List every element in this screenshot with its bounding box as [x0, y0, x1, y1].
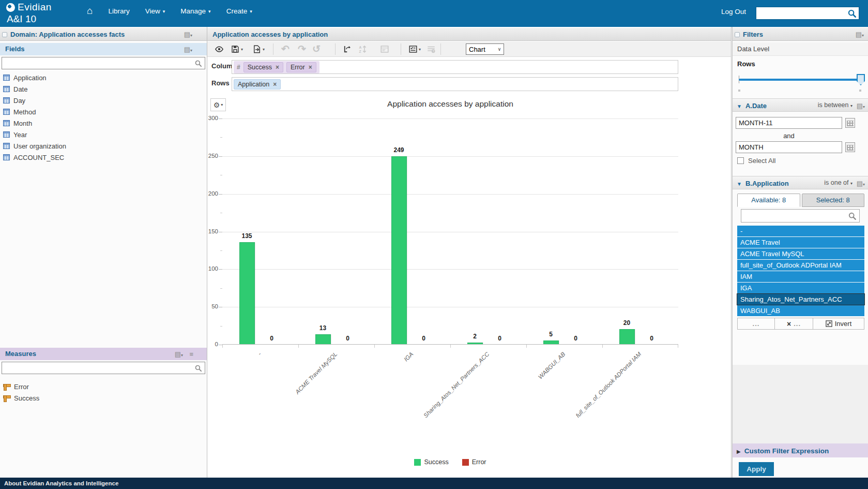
export-button[interactable]: ▾	[250, 43, 267, 55]
x-axis-category-label: full_site_of_Outlook ADPortal IAM	[565, 351, 643, 429]
menu-item-create[interactable]: Create▾	[226, 7, 252, 15]
bar-success-4[interactable]	[467, 343, 483, 344]
columns-shelf[interactable]: # Success×Error×	[232, 60, 678, 74]
pivot-button[interactable]	[341, 43, 354, 55]
filter-value-item[interactable]: Sharing_Atos_Net_Partners_ACC	[737, 294, 864, 305]
menu-item-library[interactable]: Library	[108, 7, 129, 15]
apply-button[interactable]: Apply	[739, 462, 774, 476]
application-filter-header[interactable]: ▼B.Application is one of ▾ ▤▾	[733, 176, 868, 189]
y-axis-tick	[219, 345, 222, 345]
search-icon	[194, 364, 202, 372]
field-item-user-organization[interactable]: User organization	[0, 140, 207, 152]
filters-menu-icon[interactable]: ▤▾	[856, 31, 864, 39]
y-axis-label: 300	[199, 115, 218, 121]
hamburger-icon[interactable]: ≡	[189, 350, 193, 358]
view-mode-select[interactable]: Chart ∨	[466, 43, 504, 55]
filter-value-item[interactable]: full_site_of_Outlook ADPortal IAM	[737, 260, 864, 271]
domain-menu-icon[interactable]: ▤▾	[184, 31, 192, 39]
select-all-checkbox[interactable]	[737, 157, 744, 164]
date-menu-icon[interactable]: ▤▾	[857, 102, 865, 111]
filter-value-item[interactable]: ACME Travel	[737, 237, 864, 248]
bar-success-5[interactable]	[543, 340, 559, 344]
about-status-bar[interactable]: About Evidian Analytics and Intelligence	[0, 478, 868, 489]
collapse-icon[interactable]: ▼	[737, 181, 742, 187]
menu-item-label: Library	[108, 7, 129, 15]
pill-label: Success	[248, 64, 272, 71]
collapse-panel-icon[interactable]	[2, 32, 7, 37]
measure-label: Error	[14, 383, 29, 391]
field-item-account-sec[interactable]: ACCOUNT_SEC	[0, 152, 207, 163]
bar-success-2[interactable]	[315, 334, 331, 344]
row-pill-application[interactable]: Application×	[234, 79, 281, 90]
calendar-icon[interactable]	[845, 142, 855, 152]
remove-pill-icon[interactable]: ×	[273, 82, 277, 87]
custom-filter-expression-toggle[interactable]: ▶Custom Filter Expression	[733, 443, 868, 457]
rows-shelf-label: Rows	[207, 79, 229, 87]
filter-value-item[interactable]: IGA	[737, 283, 864, 293]
column-pill-success[interactable]: Success×	[243, 62, 283, 72]
tab-selected[interactable]: Selected: 8	[802, 194, 865, 207]
home-button[interactable]: ⌂	[87, 7, 93, 15]
clear-values-button[interactable]: ×...	[775, 318, 813, 330]
bar-success-6[interactable]	[619, 329, 635, 344]
filter-value-item[interactable]: ACME Travel MySQL	[737, 248, 864, 259]
caret-down-icon: ▾	[163, 9, 165, 14]
filter-value-item[interactable]: -	[737, 226, 864, 236]
domain-panel: Domain: Application accesses facts ▤▾ Fi…	[0, 27, 207, 478]
global-search-input[interactable]	[756, 8, 847, 19]
date-to-input[interactable]	[736, 141, 842, 153]
bar-success-1[interactable]	[239, 242, 255, 344]
remove-pill-icon[interactable]: ×	[276, 65, 279, 70]
bar-chart[interactable]: 0501001502002503001350-130ACME Travel My…	[222, 118, 678, 345]
calendar-icon[interactable]	[845, 118, 855, 128]
more-values-button[interactable]: ...	[737, 318, 775, 330]
invert-selection-button[interactable]: Invert	[813, 318, 864, 330]
date-from-input[interactable]	[736, 117, 842, 129]
sort-button: AZ	[356, 43, 370, 55]
rows-slider-handle[interactable]	[857, 74, 865, 85]
y-axis-label: 150	[199, 228, 218, 234]
column-options-button[interactable]: ▾	[406, 43, 423, 55]
field-item-date[interactable]: Date	[0, 83, 207, 95]
filter-value-item[interactable]: IAM	[737, 271, 864, 282]
menu-item-manage[interactable]: Manage▾	[180, 7, 210, 15]
fields-search-input[interactable]	[2, 57, 194, 69]
field-item-month[interactable]: Month	[0, 117, 207, 129]
home-icon: ⌂	[87, 7, 93, 15]
menu-item-view[interactable]: View▾	[145, 7, 165, 15]
measure-item-error[interactable]: Error	[0, 381, 207, 392]
application-operator-dropdown[interactable]: is one of ▾	[824, 176, 852, 190]
y-axis-label: 100	[199, 265, 218, 272]
column-pill-error[interactable]: Error×	[286, 62, 316, 72]
preview-button[interactable]	[212, 43, 226, 55]
field-item-method[interactable]: Method	[0, 106, 207, 117]
field-label: Month	[13, 120, 32, 127]
field-item-year[interactable]: Year	[0, 129, 207, 140]
collapse-icon[interactable]: ▼	[737, 103, 742, 109]
measures-search	[2, 362, 205, 374]
search-icon[interactable]	[847, 9, 857, 18]
save-button[interactable]: ▾	[228, 43, 246, 55]
tab-available[interactable]: Available: 8	[737, 194, 800, 207]
remove-pill-icon[interactable]: ×	[309, 65, 312, 70]
date-operator-dropdown[interactable]: is between ▾	[818, 99, 852, 112]
field-item-application[interactable]: Application	[0, 72, 207, 83]
measure-item-success[interactable]: Success	[0, 392, 207, 404]
bar-value-label: 13	[308, 324, 339, 332]
measures-search-input[interactable]	[2, 362, 194, 374]
measures-menu-icon[interactable]: ▤▾	[175, 350, 183, 359]
rows-shelf[interactable]: Application×	[232, 77, 678, 91]
application-filter-search-input[interactable]	[741, 210, 848, 222]
collapse-panel-icon[interactable]	[735, 32, 740, 37]
fields-menu-icon[interactable]: ▤▾	[184, 46, 192, 54]
application-menu-icon[interactable]: ▤▾	[857, 180, 865, 188]
fields-title: Fields	[5, 45, 25, 53]
rows-slider-track[interactable]	[739, 79, 860, 81]
gridline	[222, 194, 678, 195]
field-item-day[interactable]: Day	[0, 95, 207, 106]
date-filter-header[interactable]: ▼A.Date is between ▾ ▤▾	[733, 98, 868, 112]
error-value-label: 0	[566, 335, 586, 342]
bar-success-3[interactable]	[391, 156, 407, 344]
logout-button[interactable]: Log Out	[721, 8, 746, 16]
filter-value-item[interactable]: WABGUI_AB	[737, 305, 864, 316]
